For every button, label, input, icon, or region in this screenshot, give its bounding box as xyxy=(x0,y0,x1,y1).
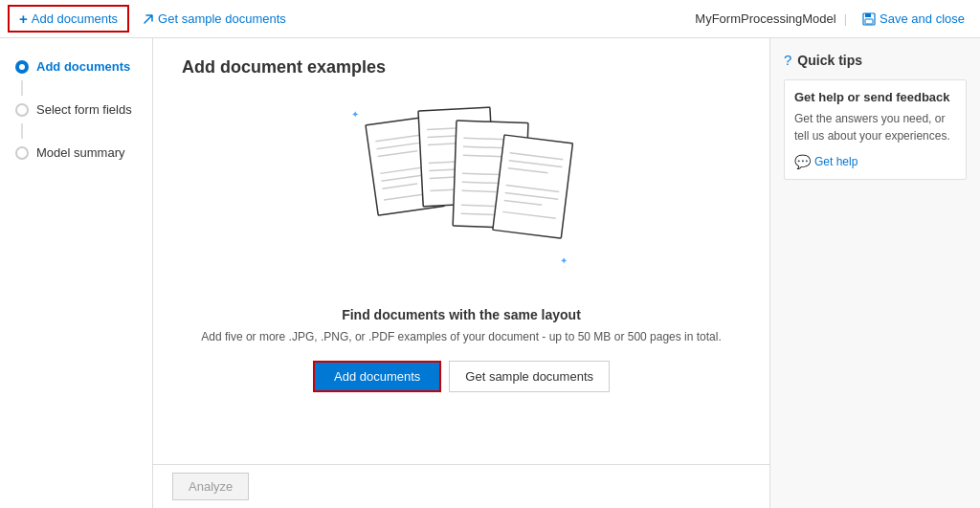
get-help-label: Get help xyxy=(814,155,858,168)
sidebar-item-label-1: Add documents xyxy=(36,59,130,74)
save-close-label: Save and close xyxy=(880,11,965,26)
toolbar-add-docs-label: Add documents xyxy=(32,11,118,26)
analyze-button[interactable]: Analyze xyxy=(172,473,249,500)
document-illustration: ✦ ✦ xyxy=(182,97,741,288)
plus-icon: + xyxy=(19,11,28,27)
tips-card: Get help or send feedback Get the answer… xyxy=(784,79,967,180)
help-icon: 💬 xyxy=(794,154,811,169)
model-name: MyFormProcessingModel xyxy=(695,11,835,26)
sidebar-step-indicator-1 xyxy=(15,60,29,74)
cta-section: Find documents with the same layout Add … xyxy=(182,307,741,392)
toolbar-sample-docs-button[interactable]: Get sample documents xyxy=(133,8,296,30)
sidebar-item-add-documents[interactable]: Add documents xyxy=(0,54,152,79)
content-footer: Analyze xyxy=(153,464,769,508)
svg-text:✦: ✦ xyxy=(351,109,359,120)
svg-rect-1 xyxy=(865,13,871,17)
cta-title: Find documents with the same layout xyxy=(182,307,741,322)
quick-tips-header: ? Quick tips xyxy=(784,52,967,68)
sidebar-connector-1 xyxy=(21,80,23,96)
sidebar-connector-2 xyxy=(21,123,23,139)
pages-svg-illustration: ✦ ✦ xyxy=(308,97,614,288)
toolbar-right: MyFormProcessingModel | Save and close xyxy=(695,8,972,30)
content-area: Add document examples ✦ ✦ xyxy=(153,38,769,508)
svg-rect-30 xyxy=(493,135,573,238)
sidebar-item-label-3: Model summary xyxy=(36,145,124,160)
sidebar-item-label-2: Select form fields xyxy=(36,102,132,117)
page-title: Add document examples xyxy=(182,57,741,77)
svg-rect-2 xyxy=(865,19,873,24)
svg-text:✦: ✦ xyxy=(560,255,568,266)
get-help-link[interactable]: 💬 Get help xyxy=(794,154,956,169)
save-icon xyxy=(862,12,876,26)
toolbar-add-docs-button[interactable]: + Add documents xyxy=(8,5,129,33)
arrow-up-right-icon xyxy=(143,13,154,25)
toolbar-left: + Add documents Get sample documents xyxy=(8,5,695,33)
sidebar: Add documents Select form fields Model s… xyxy=(0,38,153,508)
cta-buttons: Add documents Get sample documents xyxy=(182,361,741,392)
sample-docs-button[interactable]: Get sample documents xyxy=(449,361,610,392)
toolbar-divider: | xyxy=(844,11,847,26)
cta-desc: Add five or more .JPG, .PNG, or .PDF exa… xyxy=(182,328,741,345)
toolbar-sample-docs-label: Get sample documents xyxy=(158,11,286,26)
quick-tips-title: Quick tips xyxy=(797,53,862,68)
content-main: Add document examples ✦ ✦ xyxy=(153,38,769,464)
main-layout: Add documents Select form fields Model s… xyxy=(0,38,980,508)
sidebar-item-model-summary[interactable]: Model summary xyxy=(0,140,152,166)
tips-card-title: Get help or send feedback xyxy=(794,90,956,104)
tips-card-desc: Get the answers you need, or tell us abo… xyxy=(794,110,956,144)
right-panel: ? Quick tips Get help or send feedback G… xyxy=(769,38,980,508)
add-docs-button[interactable]: Add documents xyxy=(313,361,441,392)
sidebar-step-indicator-2 xyxy=(15,103,29,117)
toolbar: + Add documents Get sample documents MyF… xyxy=(0,0,980,38)
save-close-button[interactable]: Save and close xyxy=(855,8,972,30)
sidebar-item-select-fields[interactable]: Select form fields xyxy=(0,97,152,122)
question-mark-icon: ? xyxy=(784,52,791,68)
sidebar-step-indicator-3 xyxy=(15,146,29,160)
